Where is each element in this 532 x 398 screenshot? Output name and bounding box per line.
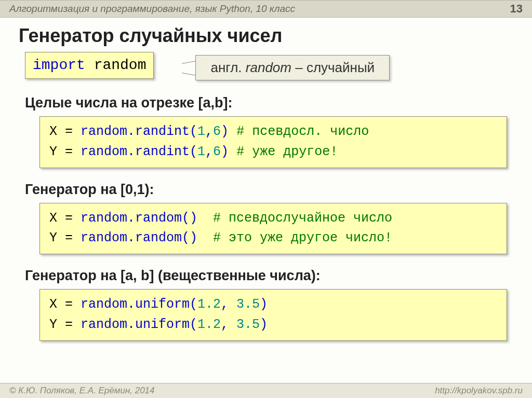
keyword-import: import	[33, 57, 85, 73]
slide-title: Генератор случайных чисел	[0, 18, 532, 52]
c: random.random()	[81, 211, 197, 226]
section3-heading: Генератор на [a, b] (вещественные числа)…	[25, 268, 507, 284]
course-title: Алгоритмизация и программирование, язык …	[9, 3, 295, 15]
footer-url: http://kpolyakov.spb.ru	[435, 386, 523, 396]
c: )	[221, 124, 229, 139]
callout-box: англ. random – случайный	[195, 55, 390, 80]
c: random.uniform(	[81, 317, 197, 332]
c: # псевдослучайное число	[197, 211, 392, 226]
page-number: 13	[510, 2, 523, 16]
callout-word: random	[246, 60, 291, 75]
section3-code: X = random.uniform(1.2, 3.5) Y = random.…	[39, 289, 507, 341]
c: 1	[197, 144, 205, 159]
c: # уже другое!	[229, 144, 338, 159]
c: ,	[221, 297, 236, 312]
c: Y =	[49, 230, 81, 245]
header-bar: Алгоритмизация и программирование, язык …	[0, 0, 532, 18]
c: Y =	[49, 317, 81, 332]
c: )	[260, 297, 268, 312]
c: random.randint(	[81, 124, 197, 139]
c: )	[221, 144, 229, 159]
c: )	[260, 317, 268, 332]
c: ,	[205, 124, 213, 139]
c: Y =	[49, 144, 81, 159]
footer-bar: © К.Ю. Поляков, Е.А. Ерёмин, 2014 http:/…	[0, 383, 532, 398]
c: 1	[197, 124, 205, 139]
content-area: import random англ. random – случайный Ц…	[0, 52, 532, 341]
c: X =	[49, 124, 81, 139]
footer-copyright: © К.Ю. Поляков, Е.А. Ерёмин, 2014	[9, 386, 155, 396]
callout-prefix: англ.	[210, 60, 245, 75]
c: random.randint(	[81, 144, 197, 159]
c: 3.5	[236, 317, 260, 332]
c: 3.5	[236, 297, 260, 312]
c: # псевдосл. число	[229, 124, 369, 139]
section2-code: X = random.random() # псевдослучайное чи…	[39, 203, 507, 255]
c: random.random()	[81, 230, 197, 245]
c: 1.2	[197, 297, 221, 312]
c: 1.2	[197, 317, 221, 332]
c: X =	[49, 297, 81, 312]
c: X =	[49, 211, 81, 226]
section1-code: X = random.randint(1,6) # псевдосл. числ…	[39, 116, 507, 168]
c: # это уже другое число!	[197, 230, 392, 245]
c: ,	[221, 317, 236, 332]
import-row: import random англ. random – случайный	[25, 52, 507, 80]
callout-suffix: – случайный	[291, 60, 375, 75]
module-random: random	[85, 57, 147, 73]
c: 6	[213, 144, 221, 159]
c: random.uniform(	[81, 297, 197, 312]
section2-heading: Генератор на [0,1):	[25, 182, 507, 198]
c: 6	[213, 124, 221, 139]
c: ,	[205, 144, 213, 159]
import-code-box: import random	[25, 52, 154, 79]
section1-heading: Целые числа на отрезке [a,b]:	[25, 95, 507, 111]
